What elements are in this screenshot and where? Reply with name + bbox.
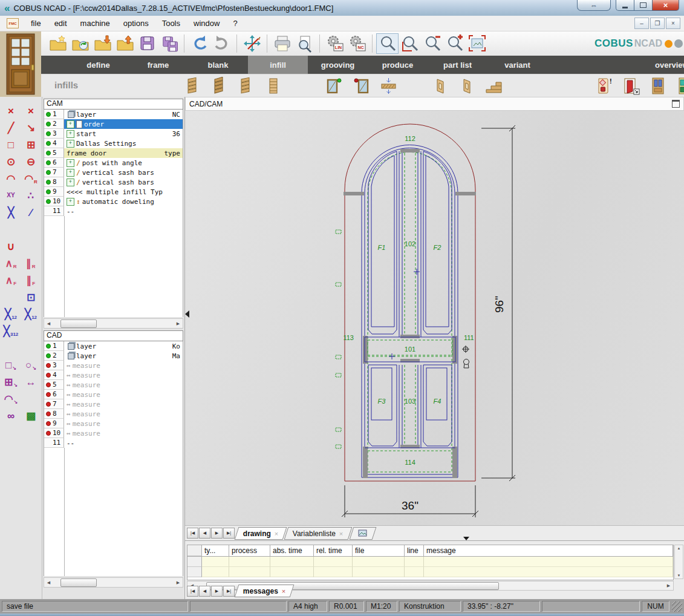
save-icon[interactable] (135, 33, 158, 54)
undo-icon[interactable] (188, 33, 210, 54)
cad-row-4[interactable]: 4 ↔measure (44, 370, 183, 380)
arc-icon[interactable]: ◠ (1, 170, 21, 187)
delete-alt-icon[interactable]: × (21, 102, 41, 119)
scroll-right-icon[interactable]: ▶ (174, 580, 183, 585)
glass-infill-nc-icon[interactable] (353, 77, 371, 95)
cad-row-10[interactable]: 10 ↔measure (44, 428, 183, 438)
cad-hscrollbar[interactable]: ◀ ▶ (44, 577, 183, 588)
cad-row-7[interactable]: 7 ↔measure (44, 399, 183, 409)
row-number-cell[interactable]: 8 (44, 409, 64, 419)
cad-row-9[interactable]: 9 ↔measure (44, 419, 183, 428)
profile-steps-icon[interactable] (484, 77, 503, 95)
nav-prev-button[interactable]: ◀ (199, 528, 210, 539)
trim-radius-icon[interactable]: ∥R (21, 255, 41, 272)
tab-infill[interactable]: infill (248, 56, 308, 74)
mdi-minimize-button[interactable]: – (634, 18, 649, 29)
viewport-window-icon[interactable] (672, 100, 680, 108)
nav-prev-button[interactable]: ◀ (199, 586, 210, 597)
scroll-down-icon[interactable]: ▼ (677, 574, 681, 577)
nav-first-button[interactable]: |◀ (187, 528, 198, 539)
column-header-file[interactable]: file (353, 545, 405, 556)
zoom-in-icon[interactable] (443, 33, 466, 54)
zoom-out-icon[interactable] (421, 33, 443, 54)
expand-icon[interactable]: + (67, 159, 74, 167)
cam-row-5[interactable]: 5 frame doortype (44, 148, 183, 158)
tab-drawing[interactable]: drawing × (235, 527, 287, 540)
tab-produce[interactable]: produce (368, 56, 428, 74)
panel-alert-icon[interactable]: ! (594, 77, 613, 95)
door-panel-icon[interactable] (649, 77, 667, 95)
expand-icon[interactable]: + (67, 198, 74, 206)
expand-icon[interactable]: + (67, 179, 74, 186)
print-preview-icon[interactable] (293, 33, 316, 54)
door-narrow-icon[interactable] (673, 77, 684, 95)
expand-icon[interactable]: + (67, 140, 74, 148)
hatch-icon[interactable]: ▩ (21, 407, 41, 424)
row-number-cell[interactable]: 10 (44, 428, 64, 438)
zoom-fit-icon[interactable] (466, 33, 488, 54)
column-header-rel-time[interactable]: rel. time (314, 545, 353, 556)
close-tab-icon[interactable]: × (340, 529, 344, 537)
circle-icon[interactable]: ⊙ (1, 153, 21, 170)
row-number-cell[interactable]: 4 (44, 139, 64, 148)
tab-overview[interactable]: overview (651, 56, 684, 74)
minimize-button[interactable] (616, 0, 634, 11)
row-number-cell[interactable]: 3 (44, 129, 64, 139)
intersection-icon[interactable]: ╳ (1, 204, 21, 221)
copy-rect-icon[interactable]: ⊞↘ (1, 373, 21, 390)
circle-diameter-icon[interactable]: ⊖ (21, 153, 41, 170)
tab-grooving[interactable]: grooving (308, 56, 368, 74)
row-number-cell[interactable]: 4 (44, 370, 64, 380)
menu-window[interactable]: window (187, 17, 226, 30)
menu-edit[interactable]: edit (48, 17, 74, 30)
row-number-cell[interactable]: 8 (44, 177, 64, 187)
cad-row-1[interactable]: 1 layerKo (44, 341, 183, 351)
tab-part-list[interactable]: part list (428, 56, 487, 74)
louver-infill-icon[interactable] (183, 77, 201, 95)
menu-tools[interactable]: Tools (155, 17, 187, 30)
row-number-cell[interactable]: 5 (44, 380, 64, 390)
scroll-left-icon[interactable]: ◀ (44, 321, 53, 326)
frame-infill-icon[interactable] (431, 77, 449, 95)
row-number-cell[interactable]: 6 (44, 390, 64, 399)
scroll-thumb[interactable] (60, 578, 97, 587)
tab-variant[interactable]: variant (487, 56, 547, 74)
close-tab-icon[interactable]: × (275, 529, 278, 537)
cad-row-11[interactable]: 11 -- (44, 438, 183, 448)
cad-row-3[interactable]: 3 ↔measure (44, 361, 183, 370)
tangent-line-icon[interactable]: ∕ (21, 204, 41, 221)
cad-row-6[interactable]: 6 ↔measure (44, 390, 183, 399)
menu-item[interactable]: ? (226, 17, 244, 30)
lin-program-icon[interactable]: LIN (324, 33, 346, 54)
zoom-window-icon[interactable] (399, 33, 421, 54)
line-icon[interactable]: ╱ (1, 119, 21, 136)
block-icon[interactable]: ⊡ (21, 289, 41, 306)
line-edit-icon[interactable]: ↘ (21, 119, 41, 136)
row-number-cell[interactable]: 1 (44, 341, 64, 351)
tab-blank[interactable]: blank (188, 56, 248, 74)
message-row[interactable] (187, 557, 673, 567)
nav-next-button[interactable]: ▶ (211, 586, 223, 597)
scroll-up-icon[interactable]: ▲ (677, 546, 681, 550)
panel-splitter-arrow[interactable] (185, 310, 189, 318)
open-drawing-icon[interactable] (68, 33, 91, 54)
frame-infill-alt-icon[interactable] (458, 77, 476, 95)
scroll-right-icon[interactable]: ▶ (174, 321, 183, 326)
move-circle-icon[interactable]: ○↘ (21, 356, 41, 373)
cam-row-4[interactable]: 4 +Dallas Settings (44, 139, 183, 148)
tab-frame[interactable]: frame (128, 56, 188, 74)
cam-row-7[interactable]: 7 +∕vertical sash bars (44, 168, 183, 177)
fillet-chamfer-icon[interactable]: ∧F (1, 272, 21, 289)
nav-first-button[interactable]: |◀ (187, 586, 198, 597)
expand-icon[interactable]: + (67, 120, 74, 128)
move-edit-icon[interactable] (241, 33, 263, 54)
new-drawing-icon[interactable] (46, 33, 68, 54)
spline-icon[interactable]: ∴ (21, 187, 41, 204)
cad-row-8[interactable]: 8 ↔measure (44, 409, 183, 419)
grille-infill-icon[interactable] (264, 77, 282, 95)
column-header-message[interactable]: message (424, 545, 673, 556)
delete-icon[interactable]: × (1, 102, 21, 119)
mdi-restore-button[interactable]: ❐ (650, 18, 665, 29)
column-header-line[interactable]: line (405, 545, 424, 556)
menu-options[interactable]: options (117, 17, 155, 30)
